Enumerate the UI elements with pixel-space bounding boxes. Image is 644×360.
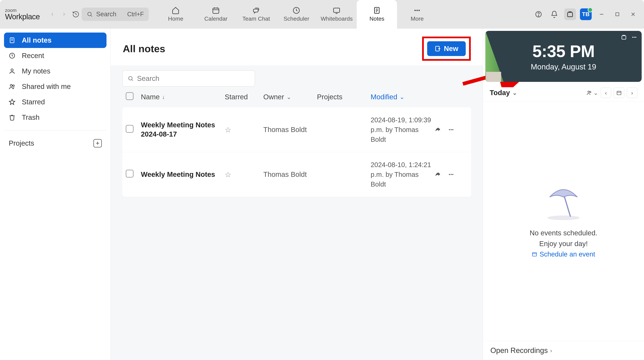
sidebar-item-all-notes[interactable]: All notes <box>4 32 106 48</box>
svg-point-17 <box>538 16 539 16</box>
empty-text-2: Enjoy your day! <box>539 240 588 248</box>
chevron-down-icon: ⌄ <box>400 94 404 100</box>
next-day-button[interactable]: › <box>627 88 637 98</box>
open-recordings-link[interactable]: Open Recordings › <box>483 341 644 360</box>
global-search[interactable]: Search Ctrl+F <box>82 8 149 21</box>
card-more-button[interactable] <box>631 34 637 40</box>
sidebar: All notes Recent My notes Shared with me… <box>0 28 111 360</box>
column-starred[interactable]: Starred <box>225 93 263 101</box>
prev-day-button[interactable]: ‹ <box>601 88 611 98</box>
tab-whiteboards[interactable]: Whiteboards <box>316 0 357 28</box>
nav-back-button[interactable] <box>46 8 58 20</box>
sidebar-item-recent[interactable]: Recent <box>4 48 106 64</box>
clock-card: 5:35 PM Monday, August 19 <box>485 31 642 82</box>
svg-point-27 <box>11 69 13 71</box>
tab-label: Home <box>168 16 183 22</box>
people-filter-button[interactable]: ⌄ <box>586 90 598 96</box>
column-modified[interactable]: Modified⌄ <box>371 93 434 101</box>
column-projects[interactable]: Projects <box>317 93 371 101</box>
note-owner: Thomas Boldt <box>263 170 317 178</box>
empty-state: No events scheduled. Enjoy your day! Sch… <box>483 102 644 341</box>
tab-label: Scheduler <box>284 16 309 22</box>
tab-team-chat[interactable]: Team Chat <box>236 0 276 28</box>
column-name[interactable]: Name↓ <box>141 93 225 101</box>
new-note-button[interactable]: New <box>427 41 466 56</box>
person-icon <box>9 68 17 74</box>
svg-rect-2 <box>213 8 219 14</box>
right-panel: 5:35 PM Monday, August 19 Today ⌄ ⌄ ‹ › … <box>483 28 644 360</box>
sidebar-projects[interactable]: Projects + <box>4 136 106 151</box>
note-name[interactable]: Weekly Meeting Notes <box>141 170 225 179</box>
sidebar-item-shared[interactable]: Shared with me <box>4 79 106 94</box>
window-maximize-button[interactable] <box>612 8 623 20</box>
svg-point-14 <box>416 10 418 11</box>
sidebar-item-starred[interactable]: Starred <box>4 94 106 110</box>
column-owner[interactable]: Owner⌄ <box>263 93 317 101</box>
notes-table: Weekly Meeting Notes 2024-08-17 ☆ Thomas… <box>122 107 471 197</box>
new-button-label: New <box>444 44 458 53</box>
people-icon <box>9 83 17 90</box>
svg-point-43 <box>452 174 454 175</box>
search-placeholder: Search <box>96 10 124 18</box>
note-owner: Thomas Boldt <box>263 126 317 134</box>
schedule-event-link[interactable]: Schedule an event <box>532 250 595 258</box>
trash-icon <box>9 114 17 121</box>
note-name[interactable]: Weekly Meeting Notes 2024-08-17 <box>141 120 225 139</box>
tab-home[interactable]: Home <box>156 0 196 28</box>
chevron-down-icon: ⌄ <box>593 90 598 96</box>
today-dropdown[interactable]: Today ⌄ <box>490 89 517 97</box>
sidebar-item-label: Recent <box>22 52 44 60</box>
page-title: All notes <box>123 43 165 54</box>
tab-scheduler[interactable]: Scheduler <box>276 0 316 28</box>
svg-marker-30 <box>9 99 15 104</box>
calendar-subheader: Today ⌄ ⌄ ‹ › <box>483 84 644 102</box>
star-toggle[interactable]: ☆ <box>225 126 263 134</box>
user-avatar[interactable]: TB <box>580 8 592 20</box>
svg-point-0 <box>88 12 91 16</box>
svg-point-52 <box>548 216 580 220</box>
note-modified: 2024-08-10, 1:24:21 p.m. by Thomas Boldt <box>371 160 434 189</box>
svg-point-48 <box>588 91 589 92</box>
select-all-checkbox[interactable] <box>126 92 134 100</box>
row-checkbox[interactable] <box>126 125 134 133</box>
notifications-button[interactable] <box>548 8 560 20</box>
table-row[interactable]: Weekly Meeting Notes 2024-08-17 ☆ Thomas… <box>122 107 471 152</box>
svg-line-1 <box>91 15 92 16</box>
row-more-button[interactable] <box>448 171 454 178</box>
svg-point-46 <box>634 37 635 38</box>
notes-search-input[interactable]: Search <box>122 70 255 86</box>
svg-point-39 <box>451 129 452 130</box>
svg-point-41 <box>449 174 450 175</box>
tab-calendar[interactable]: Calendar <box>196 0 236 28</box>
row-more-button[interactable] <box>448 126 454 133</box>
table-row[interactable]: Weekly Meeting Notes ☆ Thomas Boldt 2024… <box>122 152 471 197</box>
nav-forward-button[interactable] <box>58 8 70 20</box>
clock-date: Monday, August 19 <box>531 62 596 71</box>
help-button[interactable] <box>533 8 544 20</box>
chevron-down-icon: ⌄ <box>512 90 517 96</box>
share-button[interactable] <box>434 126 441 133</box>
calendar-link-icon[interactable] <box>621 34 627 40</box>
apps-button[interactable] <box>564 8 576 20</box>
svg-point-40 <box>452 129 454 130</box>
add-project-button[interactable]: + <box>94 139 102 148</box>
plant-pot-decoration <box>486 72 501 82</box>
svg-point-49 <box>590 92 591 93</box>
history-button[interactable] <box>70 8 82 20</box>
note-icon <box>9 37 17 44</box>
row-checkbox[interactable] <box>126 170 134 178</box>
top-bar: zoom Workplace Search Ctrl+F Home Calend… <box>0 0 644 28</box>
chevron-right-icon: › <box>550 347 552 354</box>
share-button[interactable] <box>434 171 441 178</box>
brand-logo: zoom Workplace <box>5 8 40 20</box>
window-minimize-button[interactable] <box>596 8 608 20</box>
tab-notes[interactable]: Notes <box>357 0 397 28</box>
window-close-button[interactable] <box>627 8 639 20</box>
tab-more[interactable]: More <box>397 0 437 28</box>
svg-rect-44 <box>622 36 626 39</box>
star-toggle[interactable]: ☆ <box>225 170 263 179</box>
brand-line2: Workplace <box>5 13 40 20</box>
sidebar-item-my-notes[interactable]: My notes <box>4 64 106 79</box>
calendar-picker-button[interactable] <box>614 88 624 98</box>
sidebar-item-trash[interactable]: Trash <box>4 110 106 125</box>
